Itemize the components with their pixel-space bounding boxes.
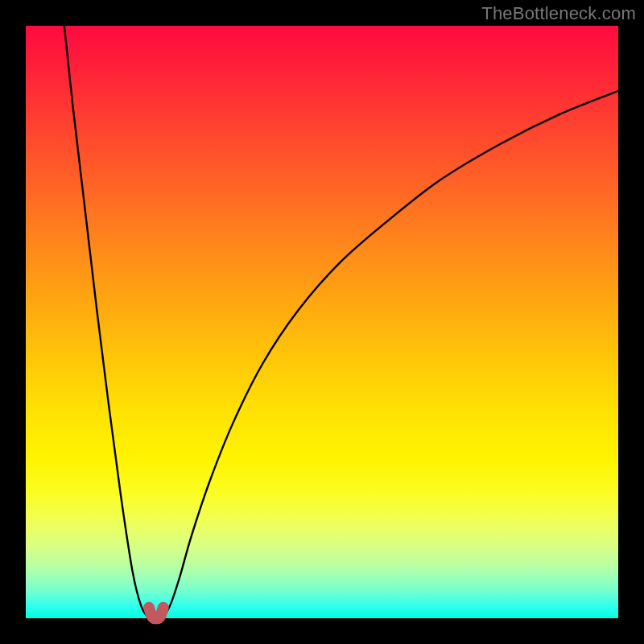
watermark-label: TheBottleneck.com xyxy=(481,3,636,24)
valley-marker xyxy=(149,608,163,619)
right-branch-curve xyxy=(163,91,618,618)
plot-svg xyxy=(26,26,618,618)
left-branch-curve xyxy=(64,26,149,618)
plot-area xyxy=(26,26,618,618)
chart-frame: TheBottleneck.com xyxy=(0,0,644,644)
